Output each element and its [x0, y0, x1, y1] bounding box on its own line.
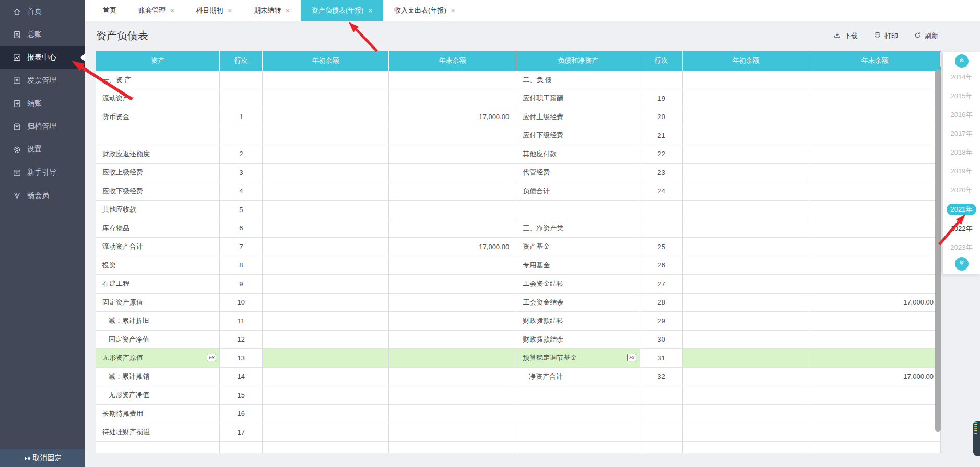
tab-3[interactable]: 科目期初× [185, 0, 243, 21]
asset-begin-balance-cell[interactable] [263, 330, 389, 349]
asset-begin-balance-cell[interactable] [263, 386, 389, 405]
scroll-years-down-button[interactable] [955, 257, 969, 271]
liability-end-balance-cell[interactable] [809, 164, 940, 182]
liability-end-balance-cell[interactable] [809, 404, 940, 423]
asset-end-balance-cell[interactable] [388, 386, 516, 405]
sidebar-item-6[interactable]: 归档管理 [0, 115, 85, 138]
liability-begin-balance-cell[interactable] [682, 367, 809, 386]
liability-begin-balance-cell[interactable] [682, 182, 809, 201]
liability-begin-balance-cell[interactable] [682, 293, 809, 312]
asset-begin-balance-cell[interactable] [263, 367, 389, 386]
liability-end-balance-cell[interactable]: 17,000.00 [809, 293, 940, 312]
asset-end-balance-cell[interactable] [388, 164, 516, 182]
asset-begin-balance-cell[interactable] [263, 423, 389, 442]
asset-end-balance-cell[interactable] [388, 312, 516, 331]
liability-end-balance-cell[interactable] [809, 275, 940, 294]
unpin-sidebar-button[interactable]: 取消固定 [0, 449, 85, 467]
formula-edit-icon[interactable]: Fx [627, 354, 636, 361]
liability-end-balance-cell[interactable] [809, 71, 940, 89]
tab-close-icon[interactable]: × [228, 7, 232, 15]
liability-end-balance-cell[interactable] [809, 423, 940, 442]
asset-end-balance-cell[interactable] [388, 441, 516, 453]
liability-begin-balance-cell[interactable] [682, 441, 809, 453]
scroll-years-up-button[interactable] [955, 54, 969, 68]
download-button[interactable]: 下载 [833, 31, 858, 41]
liability-end-balance-cell[interactable] [809, 126, 940, 145]
asset-begin-balance-cell[interactable] [263, 404, 389, 423]
liability-end-balance-cell[interactable] [809, 349, 940, 368]
liability-begin-balance-cell[interactable] [682, 330, 809, 349]
liability-end-balance-cell[interactable] [809, 312, 940, 331]
liability-end-balance-cell[interactable] [809, 256, 940, 275]
liability-end-balance-cell[interactable] [809, 330, 940, 349]
tab-5[interactable]: 资产负债表(年报)× [301, 0, 383, 21]
year-item-2018[interactable]: 2018年 [951, 147, 973, 158]
year-item-2017[interactable]: 2017年 [951, 129, 973, 139]
sidebar-item-1[interactable]: 首页 [0, 0, 85, 23]
tab-close-icon[interactable]: × [286, 7, 290, 15]
liability-begin-balance-cell[interactable] [682, 256, 809, 275]
refresh-button[interactable]: 刷新 [914, 31, 938, 41]
asset-begin-balance-cell[interactable] [263, 441, 389, 453]
year-item-2016[interactable]: 2016年 [951, 110, 973, 120]
sidebar-item-9[interactable]: 畅会员 [0, 184, 85, 207]
asset-end-balance-cell[interactable]: 17,000.00 [388, 238, 516, 256]
asset-end-balance-cell[interactable] [388, 201, 516, 219]
liability-end-balance-cell[interactable] [809, 219, 940, 238]
sidebar-item-3[interactable]: 报表中心 [0, 46, 85, 69]
asset-end-balance-cell[interactable] [388, 256, 516, 275]
sidebar-item-5[interactable]: 结账 [0, 92, 85, 115]
tab-6[interactable]: 收入支出表(年报)× [383, 0, 466, 21]
sidebar-item-8[interactable]: 新手引导 [0, 161, 85, 184]
liability-begin-balance-cell[interactable] [682, 275, 809, 294]
tab-close-icon[interactable]: × [451, 7, 455, 15]
liability-end-balance-cell[interactable] [809, 182, 940, 201]
asset-end-balance-cell[interactable]: 17,000.00 [388, 108, 516, 126]
liability-begin-balance-cell[interactable] [682, 71, 809, 89]
floating-side-widget[interactable] [973, 421, 980, 456]
liability-begin-balance-cell[interactable] [682, 108, 809, 126]
liability-begin-balance-cell[interactable] [682, 89, 809, 108]
asset-end-balance-cell[interactable] [388, 349, 516, 368]
year-item-2019[interactable]: 2019年 [951, 166, 973, 177]
asset-begin-balance-cell[interactable] [263, 145, 389, 164]
asset-begin-balance-cell[interactable] [263, 201, 389, 219]
asset-begin-balance-cell[interactable] [263, 256, 389, 275]
asset-end-balance-cell[interactable] [388, 182, 516, 201]
asset-begin-balance-cell[interactable] [263, 126, 389, 145]
year-item-2023[interactable]: 2023年 [951, 242, 973, 253]
liability-end-balance-cell[interactable] [809, 201, 940, 219]
asset-begin-balance-cell[interactable] [263, 89, 389, 108]
year-item-2021[interactable]: 2021年 [947, 204, 977, 215]
liability-end-balance-cell[interactable] [809, 441, 940, 453]
asset-begin-balance-cell[interactable] [263, 312, 389, 331]
liability-end-balance-cell[interactable] [809, 238, 940, 256]
liability-begin-balance-cell[interactable] [682, 126, 809, 145]
liability-end-balance-cell[interactable]: 17,000.00 [809, 367, 940, 386]
sidebar-item-7[interactable]: 设置 [0, 138, 85, 161]
asset-end-balance-cell[interactable] [388, 330, 516, 349]
print-button[interactable]: 打印 [873, 31, 898, 41]
liability-end-balance-cell[interactable] [809, 145, 940, 164]
asset-begin-balance-cell[interactable] [263, 71, 389, 89]
asset-end-balance-cell[interactable] [388, 126, 516, 145]
asset-begin-balance-cell[interactable] [263, 219, 389, 238]
asset-begin-balance-cell[interactable] [263, 182, 389, 201]
asset-end-balance-cell[interactable] [388, 275, 516, 294]
asset-begin-balance-cell[interactable] [263, 293, 389, 312]
formula-edit-icon[interactable]: Fx [207, 354, 216, 361]
tab-close-icon[interactable]: × [170, 7, 174, 15]
asset-begin-balance-cell[interactable] [263, 349, 389, 368]
asset-end-balance-cell[interactable] [388, 367, 516, 386]
year-item-2020[interactable]: 2020年 [951, 185, 973, 195]
asset-begin-balance-cell[interactable] [263, 238, 389, 256]
asset-end-balance-cell[interactable] [388, 71, 516, 89]
asset-end-balance-cell[interactable] [388, 293, 516, 312]
table-vertical-scrollbar[interactable] [935, 69, 941, 432]
asset-begin-balance-cell[interactable] [263, 164, 389, 182]
liability-begin-balance-cell[interactable] [682, 238, 809, 256]
liability-end-balance-cell[interactable] [809, 108, 940, 126]
liability-begin-balance-cell[interactable] [682, 349, 809, 368]
liability-begin-balance-cell[interactable] [682, 201, 809, 219]
liability-begin-balance-cell[interactable] [682, 386, 809, 405]
